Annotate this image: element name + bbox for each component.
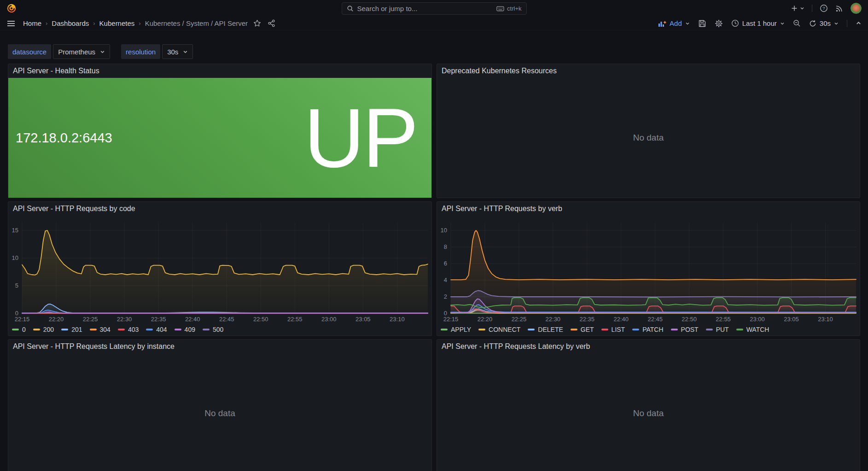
panel-title[interactable]: API Server - Health Status [8, 64, 431, 78]
chart-legend: 0200201304403404409500 [8, 324, 431, 336]
requests-by-code-chart[interactable]: 05101522:1522:2022:2522:3022:3522:4022:4… [8, 216, 431, 324]
legend-item-0[interactable]: 0 [12, 326, 26, 333]
legend-series-swatch [12, 329, 19, 330]
chevron-down-icon [780, 21, 785, 26]
panel-requests-by-verb: API Server - HTTP Requests by verb 02468… [437, 201, 860, 336]
panel-title[interactable]: API Server - HTTP Requests by code [8, 202, 431, 216]
svg-text:5: 5 [15, 282, 18, 289]
panel-latency-by-instance: API Server - HTTP Requests Latency by in… [8, 339, 432, 471]
search-shortcut-label: ctrl+k [507, 5, 521, 12]
panel-title[interactable]: API Server - HTTP Requests Latency by ve… [437, 340, 860, 353]
chevron-up-icon [856, 20, 862, 26]
legend-item-200[interactable]: 200 [33, 326, 54, 333]
favorite-button[interactable] [253, 19, 261, 27]
search-placeholder: Search or jump to... [357, 5, 418, 12]
legend-series-label: WATCH [746, 326, 769, 333]
legend-series-label: LIST [612, 326, 625, 333]
panel-title[interactable]: Deprecated Kubernetes Resources [437, 64, 860, 78]
svg-text:?: ? [822, 6, 825, 11]
clock-icon [731, 19, 739, 27]
panel-latency-by-verb: API Server - HTTP Requests Latency by ve… [437, 339, 860, 471]
chevron-right-icon: › [139, 20, 140, 27]
time-range-picker[interactable]: Last 1 hour [731, 19, 785, 27]
legend-series-label: 409 [185, 326, 195, 333]
svg-text:22:35: 22:35 [151, 316, 166, 323]
variable-resolution-value: 30s [167, 48, 178, 56]
collapse-toolbar-button[interactable] [856, 20, 862, 26]
legend-item-list[interactable]: LIST [601, 326, 625, 333]
requests-by-verb-chart[interactable]: 024681022:1522:2022:2522:3022:3522:4022:… [437, 216, 860, 324]
legend-item-post[interactable]: POST [671, 326, 699, 333]
dashboard-settings-button[interactable] [715, 19, 723, 28]
plus-icon [791, 5, 798, 12]
stat-instance-label: 172.18.0.2:6443 [8, 130, 112, 146]
add-button[interactable]: Add [658, 19, 690, 27]
refresh-interval-label: 30s [820, 19, 831, 27]
legend-item-apply[interactable]: APPLY [441, 326, 471, 333]
save-icon [698, 19, 706, 28]
svg-text:2: 2 [444, 293, 447, 300]
refresh-picker[interactable]: 30s [809, 19, 839, 27]
chart-legend: APPLYCONNECTDELETEGETLISTPATCHPOSTPUTWAT… [437, 324, 860, 336]
new-button[interactable] [791, 5, 804, 12]
variable-resolution-value-dropdown[interactable]: 30s [162, 44, 193, 59]
panel-title[interactable]: API Server - HTTP Requests Latency by in… [8, 340, 431, 353]
legend-item-delete[interactable]: DELETE [528, 326, 563, 333]
legend-item-409[interactable]: 409 [175, 326, 195, 333]
legend-series-swatch [706, 329, 713, 330]
legend-item-201[interactable]: 201 [61, 326, 82, 333]
breadcrumb-item-kubernetes[interactable]: Kubernetes [99, 19, 135, 27]
legend-series-label: PATCH [642, 326, 663, 333]
legend-series-label: 404 [156, 326, 167, 333]
svg-text:22:20: 22:20 [49, 316, 64, 323]
legend-item-put[interactable]: PUT [706, 326, 729, 333]
chevron-down-icon [685, 21, 690, 26]
legend-item-403[interactable]: 403 [118, 326, 139, 333]
legend-item-get[interactable]: GET [571, 326, 594, 333]
svg-text:22:15: 22:15 [443, 316, 459, 323]
breadcrumb-item-dashboards[interactable]: Dashboards [52, 19, 89, 27]
svg-text:22:25: 22:25 [83, 316, 98, 323]
zoom-out-time-button[interactable] [793, 19, 801, 27]
legend-series-label: 200 [43, 326, 54, 333]
panel-title[interactable]: API Server - HTTP Requests by verb [437, 202, 860, 216]
breadcrumb-item-home[interactable]: Home [23, 19, 41, 27]
variable-resolution-label: resolution [121, 44, 160, 59]
legend-item-patch[interactable]: PATCH [632, 326, 663, 333]
svg-text:22:35: 22:35 [580, 316, 595, 323]
zoom-out-icon [793, 19, 801, 27]
legend-item-connect[interactable]: CONNECT [478, 326, 520, 333]
divider [847, 20, 847, 27]
stat-status-value: UP [304, 96, 417, 180]
svg-text:22:20: 22:20 [478, 316, 493, 323]
star-icon [253, 19, 261, 27]
chevron-down-icon [834, 21, 839, 26]
hamburger-icon [6, 19, 16, 28]
news-button[interactable] [835, 5, 843, 12]
no-data-message: No data [437, 353, 860, 471]
legend-item-watch[interactable]: WATCH [736, 326, 769, 333]
svg-text:23:05: 23:05 [355, 316, 371, 323]
svg-text:22:45: 22:45 [647, 316, 663, 323]
search-input[interactable]: Search or jump to... ctrl+k [342, 2, 527, 15]
svg-text:22:30: 22:30 [546, 316, 561, 323]
variable-datasource-value-dropdown[interactable]: Prometheus [53, 44, 110, 59]
legend-series-swatch [671, 329, 678, 330]
share-button[interactable] [268, 19, 275, 27]
menu-toggle-button[interactable] [6, 19, 16, 28]
help-button[interactable]: ? [820, 4, 828, 12]
svg-text:22:55: 22:55 [287, 316, 303, 323]
legend-item-500[interactable]: 500 [203, 326, 223, 333]
svg-text:23:05: 23:05 [784, 316, 799, 323]
svg-text:22:15: 22:15 [15, 316, 30, 323]
user-avatar[interactable] [851, 3, 862, 14]
legend-series-swatch [601, 329, 608, 330]
avatar-image [851, 3, 862, 14]
svg-text:22:25: 22:25 [512, 316, 527, 323]
legend-item-404[interactable]: 404 [146, 326, 167, 333]
save-dashboard-button[interactable] [698, 19, 706, 28]
legend-series-swatch [528, 329, 535, 330]
svg-text:23:10: 23:10 [390, 316, 405, 323]
legend-series-swatch [441, 329, 448, 330]
legend-item-304[interactable]: 304 [90, 326, 111, 333]
